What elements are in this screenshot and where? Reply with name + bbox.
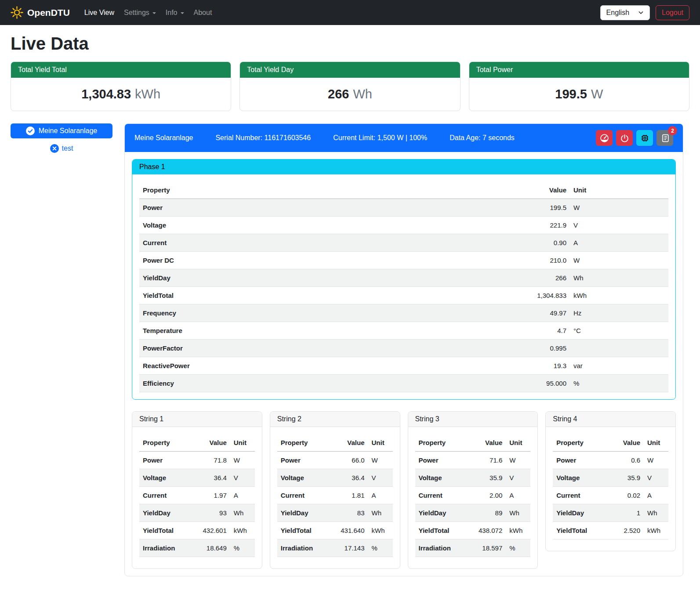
summary-value: 1,304.83 bbox=[81, 87, 131, 101]
string-title: String 3 bbox=[408, 412, 538, 427]
table-row: PowerFactor0.995 bbox=[139, 340, 668, 357]
summary-card-total-power: Total Power 199.5W bbox=[469, 62, 689, 111]
journal-icon bbox=[660, 134, 670, 143]
table-row: Irradiation17.143% bbox=[277, 539, 393, 557]
table-row: YieldTotal2.520kWh bbox=[553, 522, 668, 539]
table-row: Frequency49.97Hz bbox=[139, 304, 668, 322]
inverter-card-header: Meine Solaranlage Serial Number: 1161716… bbox=[125, 124, 683, 152]
event-log-button[interactable]: 2 bbox=[656, 130, 673, 146]
string-4-card: String 4 Property Value Unit bbox=[545, 411, 676, 551]
caret-down-icon bbox=[181, 12, 184, 14]
table-row: YieldDay266Wh bbox=[139, 269, 668, 287]
table-row: Current2.00A bbox=[415, 487, 531, 504]
summary-unit: kWh bbox=[135, 87, 160, 101]
table-header-row: Property Value Unit bbox=[139, 434, 255, 452]
caret-down-icon bbox=[152, 12, 156, 14]
nav-item-info[interactable]: Info bbox=[161, 5, 189, 20]
table-row: YieldTotal432.601kWh bbox=[139, 522, 255, 539]
table-row: Temperature4.7°C bbox=[139, 322, 668, 340]
summary-card-total-yield-total: Total Yield Total 1,304.83kWh bbox=[11, 62, 231, 111]
inverter-card-body: Phase 1 Property Value Unit Power199.5W bbox=[125, 152, 683, 576]
table-row: Current0.02A bbox=[553, 487, 668, 504]
phase-body: Property Value Unit Power199.5W Voltage2… bbox=[132, 174, 675, 399]
summary-unit: Wh bbox=[353, 87, 372, 101]
string-title: String 2 bbox=[270, 412, 400, 427]
language-select[interactable]: English bbox=[600, 5, 650, 20]
table-row: ReactivePower19.3var bbox=[139, 357, 668, 375]
summary-card-title: Total Power bbox=[469, 62, 689, 78]
table-row: Power DC210.0W bbox=[139, 252, 668, 269]
table-row: Voltage35.9V bbox=[415, 469, 531, 487]
table-row: Voltage36.4V bbox=[277, 469, 393, 487]
inverter-sidebar: Meine Solaranlage test bbox=[11, 123, 112, 153]
device-info-button[interactable] bbox=[636, 130, 653, 146]
gauge-icon bbox=[600, 134, 609, 143]
inverter-current-limit: Current Limit: 1,500 W | 100% bbox=[333, 134, 427, 142]
summary-value: 266 bbox=[328, 87, 349, 101]
table-row: Power199.5W bbox=[139, 199, 668, 217]
x-circle-icon bbox=[50, 144, 59, 153]
phase-title: Phase 1 bbox=[132, 159, 675, 174]
language-value: English bbox=[606, 9, 629, 17]
column-property: Property bbox=[139, 181, 504, 199]
table-row: Power66.0W bbox=[277, 452, 393, 469]
table-row: YieldDay83Wh bbox=[277, 504, 393, 522]
table-row: Efficiency95.000% bbox=[139, 375, 668, 392]
table-row: YieldTotal438.072kWh bbox=[415, 522, 531, 539]
summary-card-total-yield-day: Total Yield Day 266Wh bbox=[239, 62, 460, 111]
nav-item-live-view[interactable]: Live View bbox=[80, 5, 119, 20]
inverter-action-buttons: 2 bbox=[596, 130, 673, 146]
summary-card-title: Total Yield Day bbox=[240, 62, 460, 78]
navbar: OpenDTU Live View Settings Info About En… bbox=[0, 0, 700, 25]
string-2-card: String 2 Property Value Unit bbox=[270, 411, 400, 569]
limit-settings-button[interactable] bbox=[596, 130, 613, 146]
summary-card-title: Total Yield Total bbox=[11, 62, 231, 78]
event-count-badge: 2 bbox=[668, 126, 677, 135]
table-row: Power71.8W bbox=[139, 452, 255, 469]
power-icon bbox=[620, 134, 629, 143]
table-row: YieldTotal431.640kWh bbox=[277, 522, 393, 539]
table-header-row: Property Value Unit bbox=[277, 434, 393, 452]
inverter-select-button[interactable]: Meine Solaranlage bbox=[11, 123, 112, 138]
strings-row: String 1 Property Value Unit bbox=[132, 411, 676, 569]
chevron-down-icon bbox=[638, 10, 644, 15]
table-row: Voltage36.4V bbox=[139, 469, 255, 487]
table-header-row: Property Value Unit bbox=[415, 434, 531, 452]
logout-button[interactable]: Logout bbox=[656, 5, 689, 20]
inverter-name: test bbox=[62, 145, 73, 152]
table-row: Voltage35.9V bbox=[553, 469, 668, 487]
table-row: Irradiation18.649% bbox=[139, 539, 255, 557]
column-value: Value bbox=[504, 181, 570, 199]
string-1-table: Property Value Unit Power71.8W Voltage36… bbox=[139, 434, 255, 557]
phase-panel: Phase 1 Property Value Unit Power199.5W bbox=[132, 159, 676, 400]
brand-link[interactable]: OpenDTU bbox=[11, 6, 70, 19]
summary-card-value-row: 266Wh bbox=[240, 78, 460, 111]
string-3-table: Property Value Unit Power71.6W Voltage35… bbox=[415, 434, 531, 557]
cpu-icon bbox=[640, 134, 649, 143]
column-unit: Unit bbox=[570, 181, 668, 199]
table-row: Current0.90A bbox=[139, 234, 668, 252]
inverter-item-test[interactable]: test bbox=[11, 144, 112, 153]
string-3-card: String 3 Property Value Unit bbox=[408, 411, 538, 569]
inverter-card: Meine Solaranlage Serial Number: 1161716… bbox=[124, 123, 683, 576]
table-row: YieldDay89Wh bbox=[415, 504, 531, 522]
table-row: YieldDay1Wh bbox=[553, 504, 668, 522]
table-row: Current1.81A bbox=[277, 487, 393, 504]
page-title: Live Data bbox=[11, 34, 689, 54]
table-row: Voltage221.9V bbox=[139, 217, 668, 234]
string-title: String 1 bbox=[132, 412, 262, 427]
sun-icon bbox=[11, 6, 23, 19]
power-settings-button[interactable] bbox=[616, 130, 633, 146]
nav-item-about[interactable]: About bbox=[189, 5, 217, 20]
summary-card-value-row: 199.5W bbox=[469, 78, 689, 111]
nav-links: Live View Settings Info About bbox=[80, 5, 600, 20]
string-4-table: Property Value Unit Power0.6W Voltage35.… bbox=[553, 434, 668, 539]
table-row: Current1.97A bbox=[139, 487, 255, 504]
table-row: YieldDay93Wh bbox=[139, 504, 255, 522]
nav-item-settings[interactable]: Settings bbox=[119, 5, 161, 20]
string-title: String 4 bbox=[546, 412, 675, 427]
check-circle-icon bbox=[26, 127, 35, 135]
table-row: Power0.6W bbox=[553, 452, 668, 469]
summary-unit: W bbox=[591, 87, 603, 101]
table-header-row: Property Value Unit bbox=[139, 181, 668, 199]
